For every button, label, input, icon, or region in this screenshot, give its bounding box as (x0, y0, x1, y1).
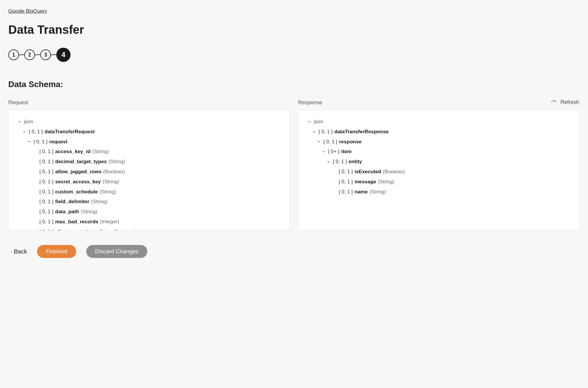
tree-node-name: max_bad_records (55, 218, 98, 225)
request-panel: json[ 0, 1 ] dataTransferRequest[ 0, 1 ]… (8, 110, 290, 231)
tree-node-name: custom_schedule (55, 188, 98, 195)
tree-node-name: isExecuted (354, 168, 381, 175)
tree-node-type: (String) (91, 198, 108, 205)
finished-button[interactable]: Finished (37, 245, 76, 258)
tree-node-type: (String) (370, 188, 386, 195)
tree-node-type: (String) (81, 208, 98, 215)
response-panel-label: Response (298, 100, 580, 106)
step-3[interactable]: 3 (40, 49, 51, 60)
tree-node-type: (String) (108, 158, 125, 165)
tree-node-cardinality: [ 0, 1 ] (39, 188, 53, 195)
tree-node-type: (String) (92, 148, 109, 155)
tree-node-type: (Boolean) (383, 168, 405, 175)
response-tree-node-message: [ 0, 1 ] message (String) (307, 177, 571, 187)
step-4[interactable]: 4 (56, 48, 71, 62)
chevron-down-icon[interactable] (316, 140, 322, 143)
stepper: 1234 (8, 48, 580, 62)
request-tree-node-field_delimiter: [ 0, 1 ] field_delimiter (String) (17, 197, 281, 207)
tree-root-label: json (24, 118, 33, 125)
tree-node-cardinality: [ 0+ ] (328, 148, 339, 155)
request-tree-node-data_path: [ 0, 1 ] data_path (String) (17, 207, 281, 217)
tree-node-name: message (354, 178, 376, 185)
tree-node-name: allow_jagged_rows (55, 168, 101, 175)
tree-node-name: access_key_id (55, 148, 90, 155)
request-tree-node-max_bad_records: [ 0, 1 ] max_bad_records (Integer) (17, 217, 281, 227)
tree-node-type: (Boolean) (103, 168, 125, 175)
request-tree-node-request[interactable]: [ 0, 1 ] request (17, 137, 281, 147)
response-tree-node-item[interactable]: [ 0+ ] item (307, 147, 571, 157)
tree-node-cardinality: [ 0, 1 ] (323, 138, 337, 145)
tree-node-type: (Boolean) (113, 228, 135, 231)
tree-node-cardinality: [ 0, 1 ] (339, 178, 353, 185)
tree-node-name: request (49, 138, 67, 145)
request-tree-root[interactable]: json (17, 117, 281, 127)
section-title: Data Schema: (8, 80, 580, 89)
request-tree-node-access_key_id: [ 0, 1 ] access_key_id (String) (17, 147, 281, 157)
tree-node-name: name (354, 188, 368, 195)
tree-node-cardinality: [ 0, 1 ] (39, 148, 53, 155)
tree-node-cardinality: [ 0, 1 ] (339, 188, 353, 195)
page-title: Data Transfer (8, 23, 580, 36)
tree-node-cardinality: [ 0, 1 ] (333, 158, 347, 165)
tree-node-name: response (339, 138, 362, 145)
request-tree-node-allow_jagged_rows: [ 0, 1 ] allow_jagged_rows (Boolean) (17, 167, 281, 177)
step-1[interactable]: 1 (8, 49, 19, 60)
tree-node-type: (Integer) (100, 218, 119, 225)
tree-node-cardinality: [ 0, 1 ] (39, 208, 53, 215)
breadcrumb-link[interactable]: Google BigQuery (8, 8, 47, 14)
response-tree-node-entity[interactable]: [ 0, 1 ] entity (307, 157, 571, 167)
response-tree-node-response[interactable]: [ 0, 1 ] response (307, 137, 571, 147)
request-tree-node-allow_quoted_newlines: [ 0, 1 ] allow_quoted_newlines (Boolean) (17, 227, 281, 231)
tree-node-cardinality: [ 0, 1 ] (39, 158, 53, 165)
tree-node-name: field_delimiter (55, 198, 89, 205)
back-button[interactable]: ‹ Back (8, 248, 27, 255)
tree-node-cardinality: [ 0, 1 ] (39, 198, 53, 205)
tree-node-cardinality: [ 0, 1 ] (39, 178, 53, 185)
tree-node-name: decimal_target_types (55, 158, 107, 165)
tree-node-type: (String) (103, 178, 119, 185)
chevron-down-icon[interactable] (326, 160, 331, 163)
request-panel-label: Request (8, 100, 290, 106)
tree-node-name: item (341, 148, 351, 155)
tree-node-cardinality: [ 0, 1 ] (319, 128, 333, 135)
step-connector (35, 54, 40, 55)
request-tree-node-decimal_target_types: [ 0, 1 ] decimal_target_types (String) (17, 157, 281, 167)
response-panel: json[ 0, 1 ] dataTransferResponse[ 0, 1 … (298, 110, 580, 231)
chevron-left-icon: ‹ (11, 249, 12, 254)
tree-root-label: json (314, 118, 323, 125)
step-connector (51, 54, 56, 55)
request-tree-node-dataTransferRequest[interactable]: [ 0, 1 ] dataTransferRequest (17, 127, 281, 137)
response-tree-root[interactable]: json (307, 117, 571, 127)
response-tree-node-name: [ 0, 1 ] name (String) (307, 187, 571, 197)
tree-node-cardinality: [ 0, 1 ] (39, 168, 53, 175)
request-tree-node-secret_access_key: [ 0, 1 ] secret_access_key (String) (17, 177, 281, 187)
tree-node-name: dataTransferResponse (334, 128, 389, 135)
step-2[interactable]: 2 (24, 49, 35, 60)
chevron-down-icon[interactable] (321, 150, 326, 153)
response-tree-node-dataTransferResponse[interactable]: [ 0, 1 ] dataTransferResponse (307, 127, 571, 137)
tree-node-cardinality: [ 0, 1 ] (39, 218, 53, 225)
tree-node-name: dataTransferRequest (44, 128, 95, 135)
tree-node-name: data_path (55, 208, 79, 215)
tree-node-cardinality: [ 0, 1 ] (39, 228, 53, 231)
discard-button[interactable]: Discard Changes (86, 245, 147, 258)
tree-node-cardinality: [ 0, 1 ] (339, 168, 353, 175)
chevron-down-icon[interactable] (307, 120, 312, 124)
tree-node-cardinality: [ 0, 1 ] (29, 128, 43, 135)
tree-node-type: (String) (378, 178, 394, 185)
chevron-down-icon[interactable] (17, 120, 22, 124)
footer-actions: ‹ Back Finished Discard Changes (8, 245, 580, 258)
response-tree-node-isExecuted: [ 0, 1 ] isExecuted (Boolean) (307, 167, 571, 177)
chevron-down-icon[interactable] (311, 130, 317, 134)
request-tree-node-custom_schedule: [ 0, 1 ] custom_schedule (String) (17, 187, 281, 197)
tree-node-name: allow_quoted_newlines (55, 228, 111, 231)
tree-node-cardinality: [ 0, 1 ] (33, 138, 47, 145)
tree-node-name: secret_access_key (55, 178, 101, 185)
chevron-down-icon[interactable] (26, 140, 32, 143)
tree-node-type: (String) (100, 188, 116, 195)
chevron-down-icon[interactable] (22, 130, 27, 134)
tree-node-name: entity (349, 158, 362, 165)
step-connector (19, 54, 24, 55)
back-label: Back (14, 248, 27, 255)
